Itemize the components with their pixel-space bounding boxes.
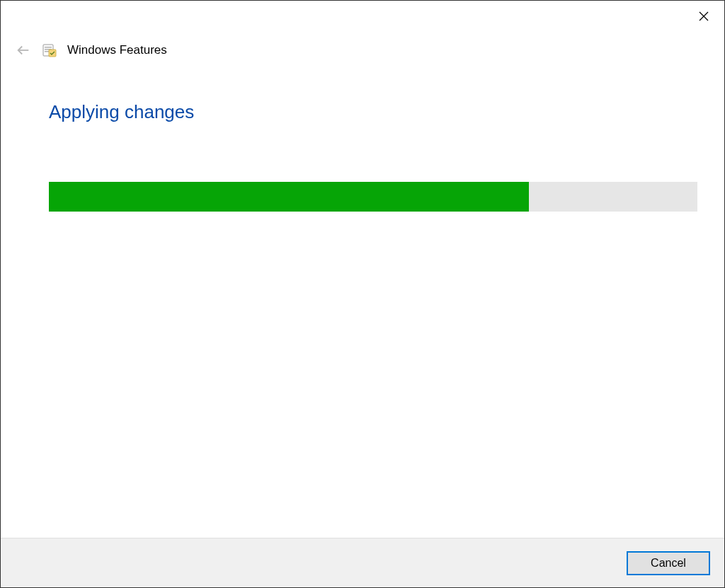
svg-rect-7 bbox=[49, 50, 56, 57]
window-title: Windows Features bbox=[67, 43, 167, 57]
windows-features-icon bbox=[42, 42, 57, 58]
back-button bbox=[15, 42, 32, 59]
progress-fill bbox=[49, 182, 529, 212]
cancel-button[interactable]: Cancel bbox=[627, 551, 710, 575]
close-button[interactable] bbox=[687, 5, 720, 28]
main-heading: Applying changes bbox=[49, 101, 194, 123]
arrow-left-icon bbox=[16, 42, 31, 58]
progress-bar bbox=[49, 182, 697, 212]
dialog-footer: Cancel bbox=[1, 538, 724, 587]
close-icon bbox=[699, 11, 709, 21]
svg-rect-4 bbox=[45, 47, 52, 48]
header-row: Windows Features bbox=[15, 42, 167, 59]
